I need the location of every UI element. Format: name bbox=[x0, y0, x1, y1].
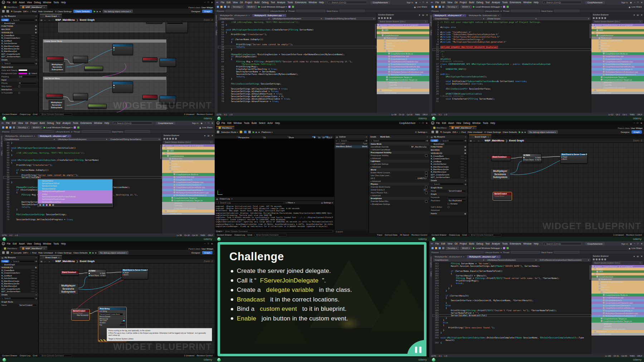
tree-item[interactable]: Config bbox=[591, 283, 644, 286]
debugger-start-button[interactable]: ▶Local Windows Debugger bbox=[473, 5, 502, 8]
close-icon[interactable] bbox=[465, 136, 466, 138]
console-input[interactable]: Enter Console Command bbox=[224, 230, 333, 232]
event-construct-node[interactable]: Event Construct bbox=[61, 271, 79, 276]
close-tab-icon[interactable] bbox=[497, 256, 498, 258]
search-input[interactable]: Search bbox=[10, 19, 34, 21]
panel-controls[interactable]: ▾⊟✕ bbox=[204, 134, 213, 137]
bookmark-icon[interactable] bbox=[40, 260, 43, 262]
stop-action-checkbox[interactable] bbox=[18, 86, 20, 87]
tree-item[interactable]: .gitignore bbox=[162, 202, 215, 204]
my-blueprint-tab[interactable]: My Blueprint bbox=[429, 135, 468, 139]
blueprints-icon[interactable] bbox=[244, 131, 247, 133]
menu-item[interactable]: Tools bbox=[72, 122, 79, 124]
undo-icon[interactable] bbox=[442, 6, 444, 8]
graph-button[interactable]: Graph bbox=[202, 251, 213, 254]
menu-item[interactable]: Debug bbox=[46, 122, 55, 124]
tree-item[interactable]: CoopAdventureGameMode.h bbox=[591, 68, 644, 71]
menu-item[interactable]: Build bbox=[250, 122, 258, 124]
tree-item[interactable]: References bbox=[377, 37, 429, 39]
tree-item[interactable]: References bbox=[591, 37, 644, 39]
debug-object-dropdown[interactable]: No debug object selected bbox=[98, 251, 128, 254]
undo-icon[interactable] bbox=[13, 126, 15, 129]
variable-item[interactable]: B_MainMenuQuit bbox=[0, 285, 38, 288]
show-dropdown[interactable]: Show bbox=[287, 136, 291, 137]
menu-item[interactable]: Window bbox=[471, 122, 482, 124]
server-explorer-tab[interactable]: Server Explorer bbox=[430, 15, 432, 26]
grid-snap-value[interactable]: 10 bbox=[316, 136, 320, 137]
filter-icon[interactable] bbox=[336, 140, 337, 142]
is-valid-node[interactable]: Is ValidIs ValidInput ObjectIs Not Valid bbox=[88, 269, 106, 278]
tree-item[interactable]: .vsconfig bbox=[591, 84, 644, 86]
menu-item[interactable]: Git bbox=[239, 1, 244, 4]
solution-explorer-toolbar[interactable] bbox=[591, 258, 644, 261]
class-defaults-button[interactable]: Class Defaults bbox=[503, 131, 517, 133]
tree-item[interactable]: External Dependencies bbox=[377, 39, 429, 42]
menu-item[interactable]: Help bbox=[60, 242, 67, 245]
thread-dropdown[interactable] bbox=[511, 10, 540, 12]
bind-event-node[interactable]: Bind Event to Server Create DelTargetEve… bbox=[122, 269, 148, 279]
menu-item[interactable]: Tools bbox=[243, 122, 250, 124]
world-settings-row[interactable]: Advanced bbox=[369, 165, 429, 168]
toolbox-tab[interactable]: Toolbox bbox=[215, 30, 217, 35]
graph-node-section[interactable]: Graph Node bbox=[429, 186, 468, 189]
document-tab[interactable]: MultiplayerSe...sSubsystem.h bbox=[218, 14, 252, 17]
tree-item[interactable]: Source bbox=[591, 289, 644, 291]
tree-item[interactable]: CoopAdventureGameMode.cpp bbox=[591, 307, 644, 309]
play-controls[interactable] bbox=[253, 131, 260, 134]
menu-item[interactable]: Actor bbox=[267, 122, 274, 124]
outliner-columns[interactable]: Item LabelType bbox=[335, 143, 369, 145]
tab-mainmenu-level[interactable]: MainMenu bbox=[216, 126, 234, 129]
menu-item[interactable]: Project bbox=[29, 122, 39, 124]
menu-item[interactable]: Window bbox=[233, 122, 243, 124]
menu-item[interactable]: Git bbox=[453, 242, 458, 245]
diff-button[interactable]: Diff bbox=[453, 131, 458, 133]
variable-item[interactable]: B_CreateCreateServ bbox=[0, 272, 38, 274]
outliner-row-mainmenu[interactable]: MainMenu (Editor)World bbox=[335, 145, 369, 148]
menu-item[interactable]: View bbox=[455, 122, 462, 124]
log-settings-dropdown[interactable]: Settings bbox=[321, 202, 333, 204]
server-explorer-tab[interactable]: Server Explorer bbox=[430, 256, 432, 267]
variable-item[interactable]: B_JoinJoinServer bbox=[0, 277, 38, 280]
type-dropdown[interactable]: UMultiplayerSessionsSubsystem bbox=[486, 259, 538, 261]
close-icon[interactable] bbox=[58, 15, 59, 17]
add-actor-icon[interactable] bbox=[240, 131, 242, 133]
live-share-button[interactable]: Live Share bbox=[629, 6, 642, 8]
undo-icon[interactable] bbox=[228, 6, 230, 8]
tree-item[interactable]: Visualizers bbox=[162, 209, 215, 212]
scrollbar[interactable] bbox=[590, 24, 591, 38]
visibility-icon[interactable] bbox=[35, 290, 37, 293]
tree-item[interactable]: Source bbox=[591, 47, 644, 50]
tree-item[interactable]: Platforms bbox=[162, 165, 215, 168]
tree-item[interactable]: CoopAdventureCharacter.h bbox=[591, 304, 644, 307]
member-dropdown[interactable] bbox=[538, 17, 590, 20]
tree-item[interactable]: CoopAdventure.cpp bbox=[591, 55, 644, 58]
breadcrumb-leaf[interactable]: Event Graph bbox=[509, 139, 524, 142]
browse-icon[interactable] bbox=[436, 131, 438, 133]
tree-item[interactable]: CoopAdventureCharacter.cpp bbox=[377, 60, 429, 63]
warning-count[interactable]: 0 bbox=[15, 234, 18, 236]
new-file-icon[interactable] bbox=[435, 247, 437, 249]
diff-button[interactable]: Diff bbox=[23, 10, 28, 13]
visibility-icon[interactable] bbox=[465, 168, 466, 170]
document-tab[interactable]: MultiplayerS...sSubsystem.h* bbox=[433, 14, 466, 17]
vs-search-box[interactable]: Search (Ctrl+Q) bbox=[113, 121, 152, 125]
warning-count[interactable]: 0 bbox=[229, 114, 233, 116]
variable-item[interactable]: EDT_CreateServerN bbox=[0, 53, 38, 55]
window-controls[interactable]: –□✕ bbox=[634, 242, 643, 245]
tree-item[interactable]: Unreal.natvis bbox=[591, 92, 644, 94]
gear-icon[interactable] bbox=[426, 139, 428, 142]
forward-icon[interactable] bbox=[477, 139, 480, 142]
add-input-icon[interactable] bbox=[464, 212, 466, 215]
mss-variable-node[interactable]: Multiplayer Sessions Subsystem bbox=[490, 169, 510, 180]
account-icon[interactable] bbox=[201, 122, 203, 124]
tree-item[interactable]: CoopAdventure.Target.cs bbox=[377, 76, 429, 78]
world-settings-row[interactable]: Async Physics Tick... bbox=[369, 191, 429, 194]
tree-item[interactable]: References bbox=[591, 278, 644, 280]
mss-variable-node[interactable]: Multiplayer Sessions Subsystem bbox=[58, 283, 78, 295]
tree-item[interactable]: CoopAdventureEditor.Target.cs bbox=[162, 199, 215, 202]
breadcrumb-root[interactable]: WBP_MainMenu bbox=[485, 139, 504, 142]
attach-icon[interactable] bbox=[74, 126, 76, 129]
tab-mainmenu-level[interactable]: MainMenu bbox=[1, 6, 20, 9]
tree-item[interactable]: MultiplayerSessionsSubsystem.cpp bbox=[162, 191, 215, 194]
breadcrumb-root[interactable]: WBP_MainMenu bbox=[55, 260, 75, 262]
